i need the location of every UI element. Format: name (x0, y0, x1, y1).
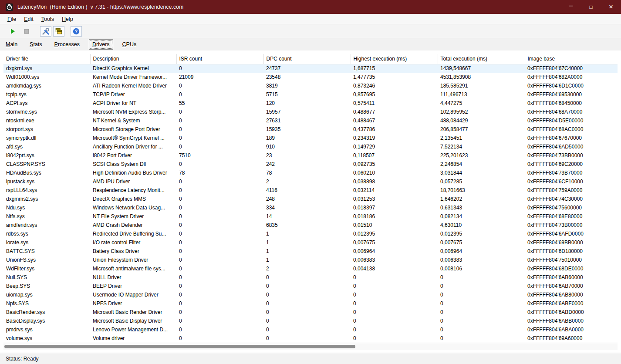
table-row[interactable]: tcpip.sysTCP/IP Driver057150,857695111,4… (3, 90, 618, 99)
table-cell: dxgmms2.sys (3, 195, 90, 203)
table-row[interactable]: stornvme.sysMicrosoft NVM Express Storp.… (3, 108, 618, 116)
maximize-button[interactable]: □ (581, 0, 601, 14)
table-row[interactable]: afd.sysAncillary Function Driver for ...… (3, 142, 618, 151)
table-cell: Npfs.SYS (3, 299, 90, 308)
tab-stats[interactable]: Stats (27, 40, 45, 49)
minimize-button[interactable]: – (561, 0, 581, 14)
table-cell: stornvme.sys (3, 108, 90, 116)
table-row[interactable]: Null.SYSNULL Driver00000xFFFFF804'6AB600… (3, 273, 618, 282)
table-row[interactable]: amdfendr.sysAMD Crash Defender068350,015… (3, 221, 618, 229)
table-row[interactable]: BATTC.SYSBattery Class Driver010,0069640… (3, 247, 618, 256)
table-cell: storport.sys (3, 125, 90, 134)
table-row[interactable]: amdkmdag.sysATI Radeon Kernel Mode Drive… (3, 81, 618, 90)
menu-tools[interactable]: Tools (37, 15, 58, 24)
table-row[interactable]: symcryptk.dllMicrosoft® SymCrypt Kernel … (3, 134, 618, 142)
table-header-row: Driver fileDescriptionISR countDPC count… (3, 54, 618, 64)
table-cell: 0xFFFFF804'6AB70000 (525, 282, 618, 290)
table-row[interactable]: Beep.SYSBEEP Driver00000xFFFFF804'6AB700… (3, 282, 618, 290)
app-icon (6, 3, 13, 11)
table-row[interactable]: i8042prt.sysi8042 Port Driver7510230,118… (3, 151, 618, 160)
view-windows-button[interactable] (53, 26, 64, 37)
tab-main[interactable]: Main (3, 40, 20, 49)
table-cell: 0,082134 (438, 212, 525, 221)
table-row[interactable]: Ntfs.sysNT File System Driver0140,018186… (3, 212, 618, 221)
table-cell: HDAudBus.sys (3, 169, 90, 177)
table-cell: 0,857695 (351, 90, 438, 99)
menu-edit[interactable]: Edit (20, 15, 37, 24)
table-cell: 0,012395 (438, 229, 525, 238)
table-cell: 0 (176, 299, 263, 308)
table-cell: CLASSPNP.SYS (3, 160, 90, 169)
start-monitor-button[interactable] (7, 26, 18, 37)
close-button[interactable]: × (601, 0, 621, 14)
table-cell: 0xFFFFF804'6AB60000 (525, 273, 618, 282)
table-cell: 1 (263, 229, 351, 238)
table-row[interactable]: CLASSPNP.SYSSCSI Class System Dll02420,0… (3, 160, 618, 169)
table-row[interactable]: dxgkrnl.sysDirectX Graphics Kernel024737… (3, 64, 618, 73)
table-cell: afd.sys (3, 142, 90, 151)
table-row[interactable]: volume.sysVolume driver00000xFFFFF804'69… (3, 334, 618, 343)
table-cell: amdkmdag.sys (3, 81, 90, 90)
table-row[interactable]: dxgmms2.sysDirectX Graphics MMS02480,031… (3, 195, 618, 203)
table-cell: 0,057285 (438, 177, 525, 186)
table-cell: 0xFFFFF804'67C40000 (525, 64, 618, 73)
column-header[interactable]: Image base (525, 54, 618, 64)
table-cell: 0 (176, 90, 263, 99)
table-row[interactable]: ACPI.sysACPI Driver for NT551200,5754114… (3, 99, 618, 108)
table-cell: 910 (263, 142, 351, 151)
horizontal-scrollbar[interactable] (3, 343, 618, 350)
table-row[interactable]: ipustack.sysAMD IPU Driver020,0388980,05… (3, 177, 618, 186)
table-cell: 0,032114 (351, 186, 438, 195)
table-cell: BATTC.SYS (3, 247, 90, 256)
table-cell: 0 (176, 221, 263, 229)
menu-file[interactable]: File (3, 15, 20, 24)
table-row[interactable]: WdFilter.sysMicrosoft antimalware file s… (3, 264, 618, 273)
table-row[interactable]: rdbss.sysRedirected Drive Buffering Su..… (3, 229, 618, 238)
tools-icon (42, 27, 50, 35)
table-row[interactable]: BasicRender.sysMicrosoft Basic Render Dr… (3, 308, 618, 317)
help-button[interactable]: ? (71, 26, 82, 37)
table-row[interactable]: UnionFS.sysUnion Filesystem Driver010,00… (3, 256, 618, 264)
table-row[interactable]: storport.sysMicrosoft Storage Port Drive… (3, 125, 618, 134)
table-row[interactable]: pmdrvs.sysLenovo Power Management D...00… (3, 325, 618, 334)
table-row[interactable]: ntoskrnl.exeNT Kernel & System0276310,48… (3, 116, 618, 125)
window-controls: – □ × (561, 0, 621, 14)
table-cell: 0 (351, 282, 438, 290)
table-cell: 0 (176, 334, 263, 343)
table-cell: 0 (176, 177, 263, 186)
table-cell: 4,630110 (438, 221, 525, 229)
horizontal-scrollbar-thumb[interactable] (4, 345, 355, 348)
tab-drivers[interactable]: Drivers (89, 39, 113, 50)
stop-monitor-button[interactable] (21, 26, 32, 37)
column-header[interactable]: DPC count (263, 54, 351, 64)
column-header[interactable]: Highest execution (ms) (351, 54, 438, 64)
table-cell: 0 (263, 308, 351, 317)
table-cell: 0xFFFFF804'6AB80000 (525, 290, 618, 299)
table-cell: 0xFFFFF804'68450000 (525, 99, 618, 108)
column-header[interactable]: Total execution (ms) (438, 54, 525, 64)
column-header[interactable]: Driver file (3, 54, 90, 64)
column-header[interactable]: Description (90, 54, 176, 64)
table-cell: 5715 (263, 90, 351, 99)
table-cell: 4531,853908 (438, 73, 525, 81)
table-cell: i8042 Port Driver (90, 151, 176, 160)
tab-processes[interactable]: Processes (51, 40, 83, 49)
table-cell: 0,006383 (438, 256, 525, 264)
table-cell: 0 (176, 317, 263, 325)
options-button[interactable] (40, 26, 51, 37)
table-row[interactable]: iorate.sysI/O rate control Filter010,007… (3, 238, 618, 247)
table-row[interactable]: Ndu.sysWindows Network Data Usag...03340… (3, 203, 618, 212)
table-cell: BEEP Driver (90, 282, 176, 290)
menu-help[interactable]: Help (58, 15, 77, 24)
table-row[interactable]: uiomap.sysUsermode IO Mapper Driver00000… (3, 290, 618, 299)
table-cell: 27631 (263, 116, 351, 125)
table-row[interactable]: Npfs.SYSNPFS Driver00000xFFFFF804'6ABF00… (3, 299, 618, 308)
table-row[interactable]: BasicDisplay.sysMicrosoft Basic Display … (3, 317, 618, 325)
table-row[interactable]: Wdf01000.sysKernel Mode Driver Framewor.… (3, 73, 618, 81)
table-row[interactable]: rspLLL64.sysResplendence Latency Monit..… (3, 186, 618, 195)
tab-cpus[interactable]: CPUs (119, 40, 140, 49)
table-row[interactable]: HDAudBus.sysHigh Definition Audio Bus Dr… (3, 169, 618, 177)
table-cell: 0xFFFFF804'68DE0000 (525, 264, 618, 273)
table-cell: 0 (176, 290, 263, 299)
column-header[interactable]: ISR count (176, 54, 263, 64)
